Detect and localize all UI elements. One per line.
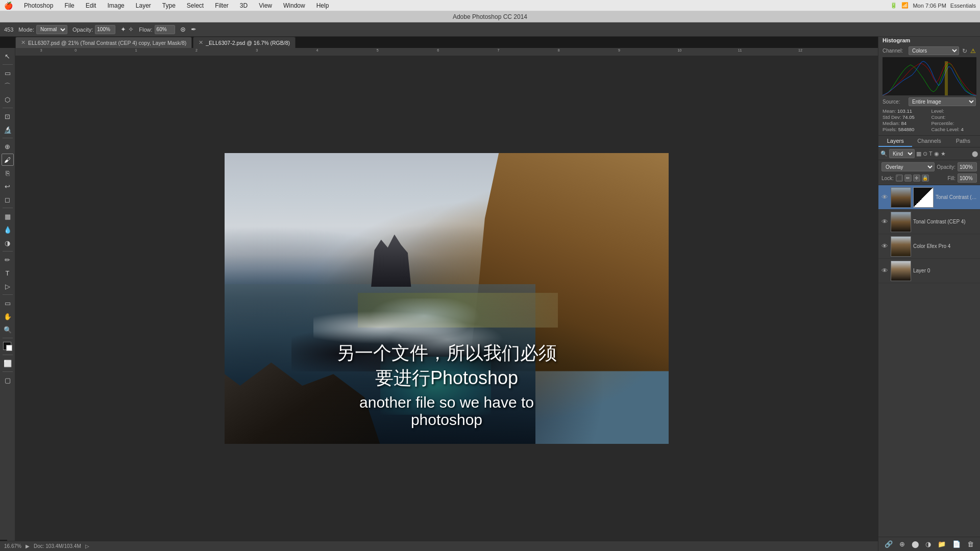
layer-item-1[interactable]: 👁 Tonal Contrast (CEP 4) [878, 210, 980, 234]
histogram-display [883, 57, 976, 95]
menu-layer[interactable]: Layer [134, 2, 153, 9]
layer-filter-smart-icon[interactable]: ★ [941, 151, 946, 157]
tab-doc2[interactable]: ✕ _ELL6307-2.psd @ 16.7% (RGB/8) [193, 37, 296, 48]
move-tool[interactable]: ↖ [2, 50, 14, 62]
pen-tool[interactable]: ✏ [2, 254, 14, 266]
close-icon-tab2[interactable]: ✕ [199, 39, 203, 46]
fill-input[interactable] [958, 173, 977, 183]
eyedropper-tool[interactable]: 🔬 [2, 123, 14, 136]
visibility-icon-0[interactable]: 👁 [880, 193, 889, 202]
opacity-ctrl-input[interactable] [958, 162, 977, 171]
menu-3d[interactable]: 3D [238, 2, 250, 9]
airbrush-icon[interactable]: ✦ [120, 26, 126, 33]
layer-item-0[interactable]: 👁 Tonal Contrast (CEP 4... [878, 185, 980, 210]
lock-paint-icon[interactable]: ✏ [904, 174, 912, 182]
new-fill-layer-icon[interactable]: ◑ [925, 540, 931, 548]
layer-item-2[interactable]: 👁 Color Efex Pro 4 [878, 234, 980, 259]
std-dev-label: Std Dev: [883, 114, 901, 120]
brush-settings-icon[interactable]: ✧ [128, 26, 134, 33]
new-layer-icon[interactable]: 📄 [952, 540, 961, 548]
tab-doc1[interactable]: ✕ ELL6307.psd @ 21% (Tonal Contrast (CEP… [15, 37, 192, 48]
menu-edit[interactable]: Edit [84, 2, 99, 9]
layer-filter-pixel-icon[interactable]: ▦ [916, 151, 921, 157]
pen-pressure-icon[interactable]: ✒ [191, 26, 197, 33]
menu-photoshop[interactable]: Photoshop [22, 2, 55, 9]
healing-brush-tool[interactable]: ⊕ [2, 140, 14, 153]
percentile-label: Percentile: [932, 120, 954, 126]
opacity-input[interactable] [95, 25, 115, 34]
layer-name-0: Tonal Contrast (CEP 4... [936, 194, 978, 200]
status-bar: 16.67% ▶ Doc: 103.4M/103.4M ▷ [0, 541, 878, 551]
layer-filter-adjust-icon[interactable]: ⊙ [923, 151, 927, 157]
menu-view[interactable]: View [257, 2, 274, 9]
quick-selection-tool[interactable]: ⬡ [2, 93, 14, 106]
menu-filter[interactable]: Filter [213, 2, 231, 9]
gradient-tool[interactable]: ▦ [2, 210, 14, 222]
lock-transparent-icon[interactable]: ⬛ [896, 174, 903, 182]
median-label: Median: [883, 120, 900, 126]
layer-mask-0[interactable] [913, 187, 934, 208]
history-brush-tool[interactable]: ↩ [2, 180, 14, 192]
marquee-tool[interactable]: ▭ [2, 67, 14, 79]
close-icon-tab1[interactable]: ✕ [21, 39, 26, 46]
visibility-icon-3[interactable]: 👁 [880, 267, 889, 275]
mode-select[interactable]: Normal [36, 25, 67, 34]
path-select-tool[interactable]: ▷ [2, 280, 14, 292]
source-select[interactable]: Entire Image [909, 97, 976, 106]
status-play-icon[interactable]: ▶ [26, 543, 30, 549]
new-group-icon[interactable]: 📁 [938, 540, 946, 548]
status-forward-icon[interactable]: ▷ [85, 543, 89, 549]
layer-styles-icon[interactable]: ⊕ [899, 540, 905, 548]
layer-mask-icon[interactable]: ⬤ [912, 540, 919, 548]
menu-select[interactable]: Select [185, 2, 206, 9]
visibility-icon-2[interactable]: 👁 [880, 242, 889, 251]
menu-image[interactable]: Image [105, 2, 126, 9]
quick-mask-mode[interactable]: ⬜ [2, 357, 14, 369]
spray-icon[interactable]: ⊛ [180, 26, 186, 33]
lock-label: Lock: [881, 176, 894, 181]
essentials-button[interactable]: Essentials [950, 3, 976, 9]
layer-filter-type-icon[interactable]: T [929, 151, 933, 157]
foreground-color[interactable] [2, 340, 14, 353]
apple-menu[interactable]: 🍎 [4, 2, 13, 10]
clone-stamp-tool[interactable]: ⎘ [2, 167, 14, 179]
flow-input[interactable] [155, 25, 175, 34]
histogram-refresh-btn[interactable]: ↻ [962, 47, 967, 55]
shape-tool[interactable]: ▭ [2, 297, 14, 309]
cache-level-label: Cache Level: [932, 127, 960, 132]
layer-thumb-2 [891, 236, 911, 257]
menu-type[interactable]: Type [160, 2, 178, 9]
blend-mode-select[interactable]: Overlay Normal Multiply Screen [881, 162, 935, 171]
eraser-tool[interactable]: ◻ [2, 193, 14, 206]
link-layers-icon[interactable]: 🔗 [885, 540, 893, 548]
menu-window[interactable]: Window [281, 2, 307, 9]
screen-mode[interactable]: ▢ [2, 374, 14, 386]
tab-paths[interactable]: Paths [946, 136, 980, 147]
subtitle-english: another file so we have to photoshop [336, 394, 558, 429]
layer-controls: Overlay Normal Multiply Screen Opacity: … [878, 160, 980, 185]
visibility-icon-1[interactable]: 👁 [880, 218, 889, 226]
zoom-tool[interactable]: 🔍 [2, 323, 14, 336]
lock-position-icon[interactable]: ✛ [913, 174, 920, 182]
dodge-tool[interactable]: ◑ [2, 237, 14, 249]
blur-tool[interactable]: 💧 [2, 223, 14, 236]
title-bar: Adobe Photoshop CC 2014 [0, 11, 980, 22]
crop-tool[interactable]: ⊡ [2, 110, 14, 122]
lock-all-icon[interactable]: 🔒 [922, 174, 929, 182]
layer-item-3[interactable]: 👁 Layer 0 [878, 259, 980, 283]
channel-select[interactable]: Colors RGB Red Green Blue [909, 46, 959, 55]
menu-file[interactable]: File [62, 2, 76, 9]
layer-filter-shape-icon[interactable]: ◉ [934, 151, 939, 157]
brush-tool[interactable]: 🖌 [2, 154, 14, 166]
tab-layers[interactable]: Layers [878, 136, 912, 147]
menu-help[interactable]: Help [314, 2, 331, 9]
hand-tool[interactable]: ✋ [2, 310, 14, 322]
layer-filter-toggle[interactable]: ⬤ [972, 151, 978, 157]
lasso-tool[interactable]: ⌒ [2, 80, 14, 92]
flow-label: Flow: [139, 27, 152, 33]
type-tool[interactable]: T [2, 267, 14, 279]
layer-kind-select[interactable]: Kind [889, 149, 915, 158]
tab-channels[interactable]: Channels [912, 136, 946, 147]
delete-layer-icon[interactable]: 🗑 [967, 540, 974, 548]
pixels-value: 584880 [898, 127, 915, 132]
